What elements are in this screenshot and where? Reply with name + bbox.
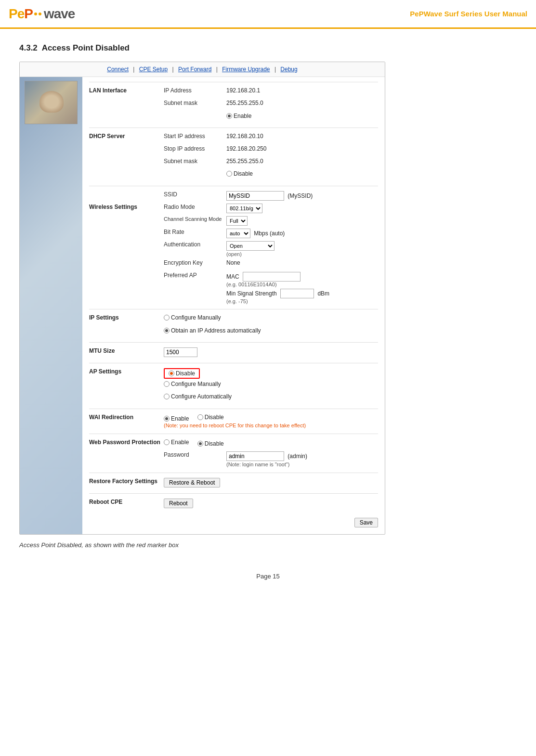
dhcp-server-section: DHCP Server Start IP address 192.168.20.… <box>89 128 378 186</box>
restore-reboot-button[interactable]: Restore & Reboot <box>164 478 220 487</box>
ui-frame: Connect | CPE Setup | Port Forward | Fir… <box>19 62 385 535</box>
web-password-label: Web Password Protection <box>89 438 164 446</box>
ap-configure-manually-row: Configure Manually <box>89 380 378 391</box>
preferred-ap-row: Preferred AP MAC (e.g. 00116E1014A0) Min… <box>89 271 378 304</box>
ap-configure-auto-radio[interactable]: Configure Automatically <box>164 393 232 400</box>
ip-configure-manually-dot <box>164 315 170 320</box>
logo-dots <box>34 13 41 15</box>
ap-settings-section: AP Settings Disable <box>89 363 378 409</box>
enable-radio[interactable]: Enable <box>226 113 251 119</box>
mtu-label: MTU Size <box>89 346 164 354</box>
ap-configure-manually-dot <box>164 381 170 387</box>
restore-section: Restore Factory Settings Restore & Reboo… <box>89 473 378 493</box>
wai-row: WAI Redirection Enable Disable ( <box>89 413 378 429</box>
wai-disable-radio[interactable]: Disable <box>197 414 224 421</box>
page-content: 4.3.2 Access Point Disabled Connect | CP… <box>0 29 536 563</box>
sidebar <box>20 77 82 534</box>
mac-input[interactable] <box>243 272 301 282</box>
wai-enable-dot <box>164 416 170 422</box>
dhcp-start-row: DHCP Server Start IP address 192.168.20.… <box>89 132 378 143</box>
lan-interface-row: LAN Interface IP Address 192.168.20.1 <box>89 86 378 98</box>
dhcp-stop-row: Stop IP address 192.168.20.250 <box>89 144 378 156</box>
mtu-input[interactable] <box>164 347 197 357</box>
dhcp-label: DHCP Server <box>89 132 164 140</box>
wireless-section: SSID (MySSID) Wireless Settings Radio Mo… <box>89 186 378 309</box>
logo-pep: PeP <box>9 6 33 22</box>
channel-scan-row: Channel Scanning Mode Full <box>89 215 378 227</box>
save-row: Save <box>89 514 378 529</box>
reboot-button[interactable]: Reboot <box>164 499 193 508</box>
ap-configure-manually-radio[interactable]: Configure Manually <box>164 381 221 387</box>
mtu-row: MTU Size <box>89 346 378 358</box>
lan-interface-section: LAN Interface IP Address 192.168.20.1 Su… <box>89 82 378 128</box>
caption-text: Access Point Disabled, as shown with the… <box>19 541 517 549</box>
ip-obtain-auto-radio[interactable]: Obtain an IP Address automatically <box>164 327 261 334</box>
logo-wave: wave <box>44 6 75 22</box>
subnet-mask-value: 255.255.255.0 <box>226 99 378 106</box>
channel-scan-select[interactable]: Full <box>226 216 248 226</box>
sidebar-photo <box>25 81 78 124</box>
ip-address-label: IP Address <box>164 86 226 94</box>
section-heading: 4.3.2 Access Point Disabled <box>19 43 517 53</box>
reboot-label: Reboot CPE <box>89 498 164 505</box>
ap-disable-radio-dot <box>169 371 174 376</box>
wai-label: WAI Redirection <box>89 413 164 421</box>
wai-disable-dot <box>197 414 203 420</box>
nav-firmware-upgrade[interactable]: Firmware Upgrade <box>222 66 270 73</box>
ap-configure-auto-row: Configure Automatically <box>89 392 378 404</box>
nav-bar: Connect | CPE Setup | Port Forward | Fir… <box>20 62 385 77</box>
logo: PeP wave <box>9 6 75 22</box>
enable-radio-dot <box>226 113 232 119</box>
enable-row: Enable <box>89 111 378 123</box>
nav-connect[interactable]: Connect <box>107 66 129 73</box>
bit-rate-select[interactable]: auto <box>226 229 250 238</box>
wireless-settings-label: Wireless Settings <box>89 203 164 210</box>
dhcp-disable-row: Disable <box>89 169 378 181</box>
signal-strength-input[interactable] <box>280 289 314 298</box>
restore-row: Restore Factory Settings Restore & Reboo… <box>89 477 378 488</box>
main-settings: LAN Interface IP Address 192.168.20.1 Su… <box>82 77 385 534</box>
radio-mode-row: Wireless Settings Radio Mode 802.11b/g <box>89 203 378 214</box>
lan-interface-label: LAN Interface <box>89 86 164 94</box>
nav-port-forward[interactable]: Port Forward <box>178 66 211 73</box>
header: PeP wave PePWave Surf Series User Manual <box>0 0 536 29</box>
web-password-enable-dot <box>164 439 170 445</box>
web-password-section: Web Password Protection Enable Disable <box>89 434 378 473</box>
radio-mode-select[interactable]: 802.11b/g <box>226 204 262 213</box>
dhcp-disable-radio[interactable]: Disable <box>226 170 253 177</box>
ssid-input[interactable] <box>226 191 284 201</box>
nav-cpe-setup[interactable]: CPE Setup <box>139 66 168 73</box>
ip-obtain-auto-row: Obtain an IP Address automatically <box>89 326 378 337</box>
wai-enable-radio[interactable]: Enable <box>164 415 189 422</box>
ip-settings-section: IP Settings Configure Manually <box>89 309 378 342</box>
ap-configure-auto-dot <box>164 394 170 399</box>
save-button[interactable]: Save <box>354 518 378 527</box>
wai-section: WAI Redirection Enable Disable ( <box>89 409 378 434</box>
bit-rate-row: Bit Rate auto Mbps (auto) <box>89 228 378 239</box>
subnet-mask-label: Subnet mask <box>164 99 226 106</box>
ip-obtain-auto-dot <box>164 328 170 333</box>
encryption-row: Encryption Key None <box>89 258 378 270</box>
mtu-section: MTU Size <box>89 342 378 363</box>
password-row: Password (admin) (Note: login name is "r… <box>89 450 378 468</box>
ap-disable-row: AP Settings Disable <box>89 367 378 379</box>
password-input[interactable] <box>226 451 284 461</box>
auth-select[interactable]: Open <box>226 241 275 251</box>
dhcp-disable-radio-dot <box>226 171 232 177</box>
page-footer: Page 15 <box>0 563 536 585</box>
ap-disable-box[interactable]: Disable <box>164 368 200 379</box>
wireless-label <box>89 190 164 191</box>
ip-settings-label: IP Settings <box>89 313 164 321</box>
nav-debug[interactable]: Debug <box>280 66 297 73</box>
page-number: Page 15 <box>256 573 279 580</box>
ip-configure-manually-radio[interactable]: Configure Manually <box>164 314 221 321</box>
web-password-disable-radio[interactable]: Disable <box>197 440 224 447</box>
ui-body: LAN Interface IP Address 192.168.20.1 Su… <box>20 77 385 534</box>
subnet-mask-row: Subnet mask 255.255.255.0 <box>89 99 378 110</box>
ip-configure-manually-row: IP Settings Configure Manually <box>89 313 378 325</box>
reboot-section: Reboot CPE Reboot <box>89 493 378 514</box>
ssid-row: SSID (MySSID) <box>89 190 378 202</box>
reboot-row: Reboot CPE Reboot <box>89 498 378 509</box>
restore-label: Restore Factory Settings <box>89 477 164 485</box>
web-password-enable-radio[interactable]: Enable <box>164 439 189 446</box>
